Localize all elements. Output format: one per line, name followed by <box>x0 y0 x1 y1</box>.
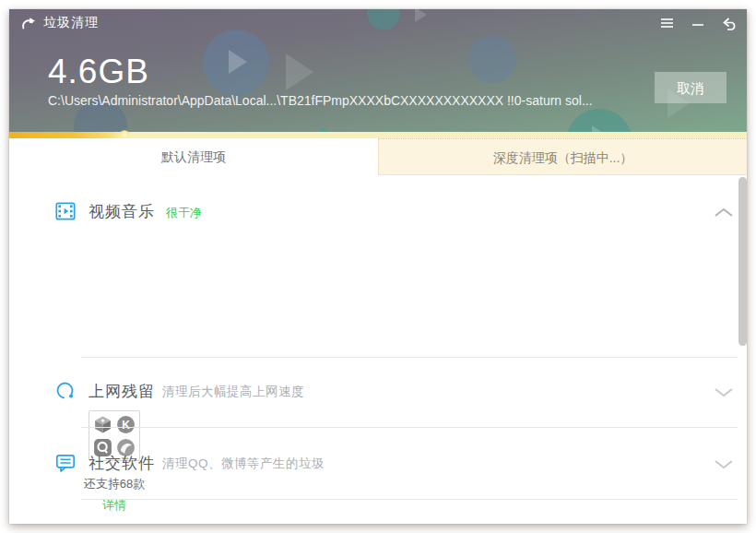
row-divider <box>81 357 738 358</box>
browser-circle-icon <box>55 381 76 401</box>
chevron-down-icon[interactable] <box>713 385 735 397</box>
film-video-icon <box>55 201 76 221</box>
row-title: 社交软件 <box>89 453 155 474</box>
decor-play-triangle <box>592 125 608 132</box>
content-area: 视频音乐 很干净 K <box>9 175 747 524</box>
chevron-up-icon[interactable] <box>713 206 735 218</box>
row-title: 视频音乐 <box>89 201 155 222</box>
hamburger-menu-icon[interactable] <box>658 15 675 31</box>
chat-bubble-icon <box>55 453 76 473</box>
row-subtitle: 清理QQ、微博等产生的垃圾 <box>162 456 325 472</box>
scrollbar-thumb[interactable] <box>738 177 747 346</box>
progress-fill <box>9 132 127 138</box>
row-subtitle: 清理后大幅提高上网速度 <box>162 384 304 400</box>
window-controls <box>658 9 738 37</box>
minimize-icon[interactable] <box>690 15 706 31</box>
row-divider <box>81 427 738 428</box>
row-status-clean: 很干净 <box>166 205 202 221</box>
row-title: 上网残留 <box>89 381 155 402</box>
scan-path: C:\Users\Administrator\AppData\Local...\… <box>48 93 593 108</box>
row-divider <box>81 499 738 500</box>
scan-size-value: 4.6GB <box>48 53 149 91</box>
app-title: 垃圾清理 <box>43 15 99 31</box>
row-video-music[interactable]: 视频音乐 很干净 <box>9 201 738 242</box>
back-arrow-icon[interactable] <box>721 15 738 31</box>
decor-play-triangle <box>229 50 247 74</box>
tab-deep-clean[interactable]: 深度清理项（扫描中...） <box>378 138 747 175</box>
decor-play-triangle <box>286 53 313 90</box>
recycle-arrow-icon <box>20 16 36 31</box>
app-window: 垃圾清理 4.6GB C:\Users\Admi <box>9 9 747 524</box>
chevron-down-icon[interactable] <box>713 457 735 469</box>
row-social-software[interactable]: 社交软件 清理QQ、微博等产生的垃圾 <box>9 453 738 493</box>
progress-track <box>9 132 747 138</box>
tab-bar: 默认清理项 深度清理项（扫描中...） <box>9 138 747 175</box>
row-web-residue[interactable]: 上网残留 清理后大幅提高上网速度 <box>9 381 738 421</box>
header: 垃圾清理 4.6GB C:\Users\Admi <box>9 9 747 132</box>
decor-circle <box>468 35 516 83</box>
tab-default-clean[interactable]: 默认清理项 <box>9 138 378 175</box>
titlebar: 垃圾清理 <box>9 9 747 37</box>
cancel-button[interactable]: 取消 <box>655 72 726 103</box>
